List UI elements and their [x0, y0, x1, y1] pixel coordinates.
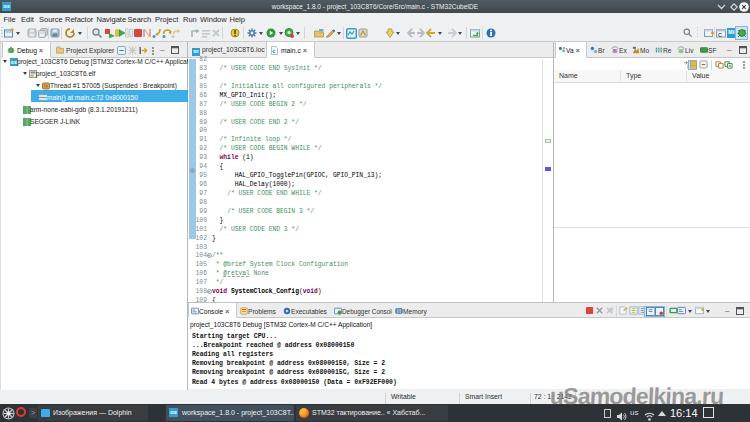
svg-text:C: C	[718, 32, 722, 38]
svg-text:c: c	[272, 48, 275, 54]
svg-text:x: x	[613, 47, 615, 52]
